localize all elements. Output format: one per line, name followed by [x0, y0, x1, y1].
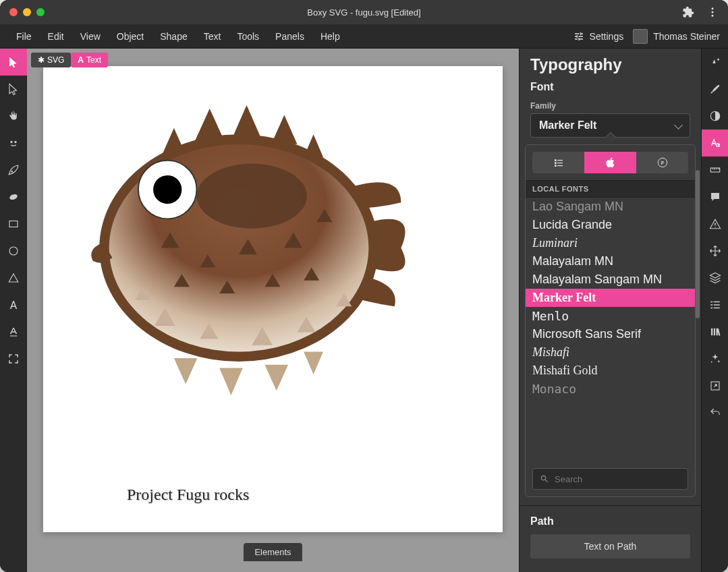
svg-chip[interactable]: ✱ SVG: [31, 53, 71, 67]
svg-point-1: [712, 11, 714, 13]
font-item[interactable]: Mishafi Gold: [526, 362, 695, 380]
text-chip[interactable]: A Text: [71, 53, 108, 67]
fugu-artwork: [63, 73, 414, 410]
maximize-window[interactable]: [36, 8, 45, 16]
font-item-selected[interactable]: Marker Felt: [526, 289, 695, 307]
library-tool[interactable]: [702, 318, 728, 345]
contrast-tool[interactable]: [702, 103, 728, 130]
svg-chip-label: SVG: [47, 55, 64, 65]
context-bar: ✱ SVG A Text: [31, 53, 108, 67]
selected-family: Marker Felt: [539, 119, 596, 132]
tab-apple-fonts[interactable]: [584, 152, 636, 173]
menu-panels[interactable]: Panels: [267, 27, 312, 46]
direct-select-tool[interactable]: [0, 76, 27, 103]
svg-point-12: [153, 175, 181, 204]
font-dropdown: F LOCAL FONTS Lao Sangam MN Lucida Grand…: [525, 144, 696, 497]
title-actions: [682, 6, 719, 18]
font-item[interactable]: Mishafi: [526, 343, 695, 362]
font-item[interactable]: Lucida Grande: [526, 216, 695, 234]
font-item[interactable]: Malayalam Sangam MN: [526, 270, 695, 289]
svg-point-4: [15, 141, 16, 142]
svg-rect-7: [9, 221, 18, 227]
panel-scrollbar[interactable]: [696, 170, 700, 318]
tab-font-library[interactable]: F: [636, 152, 688, 173]
menu-object[interactable]: Object: [109, 27, 152, 46]
main-area: ✱ SVG A Text: [0, 49, 728, 572]
canvas[interactable]: Project Fugu rocks: [43, 66, 503, 532]
svg-point-6: [9, 193, 18, 200]
dropdown-tabs: F: [526, 145, 695, 180]
ruler-tool[interactable]: [702, 156, 728, 183]
typography-tool[interactable]: [702, 130, 728, 156]
text-on-path-button[interactable]: Text on Path: [530, 534, 690, 559]
asterisk-icon: ✱: [38, 55, 45, 65]
brush-tool[interactable]: [702, 76, 728, 103]
extension-icon[interactable]: [682, 6, 694, 18]
username: Thomas Steiner: [653, 31, 720, 42]
font-circle-icon: F: [657, 157, 668, 168]
sparkle-tool[interactable]: [702, 345, 728, 372]
selected-text-object[interactable]: Project Fugu rocks: [124, 486, 252, 504]
settings-button[interactable]: Settings: [573, 31, 624, 42]
user-menu[interactable]: Thomas Steiner: [633, 29, 720, 44]
svg-point-3: [11, 141, 12, 142]
svg-point-8: [9, 247, 18, 255]
window-title: Boxy SVG - fugu.svg [Edited]: [307, 7, 420, 18]
sliders-icon: [573, 31, 584, 42]
move-tool[interactable]: [702, 237, 728, 264]
panel-title: Typography: [520, 49, 701, 77]
font-item[interactable]: Menlo: [526, 307, 695, 325]
warning-tool[interactable]: [702, 210, 728, 237]
text-chip-label: Text: [86, 55, 101, 65]
font-item[interactable]: Malayalam MN: [526, 252, 695, 270]
font-item[interactable]: Lao Sangam MN: [526, 198, 695, 216]
font-search[interactable]: [532, 468, 688, 490]
apple-icon: [605, 157, 616, 168]
wizard-tool[interactable]: [702, 49, 728, 76]
typography-panel: Typography Font Family Marker Felt F LOC…: [519, 49, 701, 572]
text-path-tool[interactable]: [0, 318, 27, 345]
list-tool[interactable]: [702, 291, 728, 318]
select-tool[interactable]: [0, 49, 27, 76]
export-tool[interactable]: [702, 372, 728, 399]
font-item[interactable]: Microsoft Sans Serif: [526, 325, 695, 343]
menu-edit[interactable]: Edit: [40, 27, 72, 46]
menu-file[interactable]: File: [8, 27, 40, 46]
text-icon: A: [78, 55, 84, 65]
rectangle-tool[interactable]: [0, 210, 27, 237]
font-list[interactable]: Lao Sangam MN Lucida Grande Luminari Mal…: [526, 198, 695, 461]
pan-tool[interactable]: [0, 103, 27, 130]
tab-list-view[interactable]: [532, 152, 584, 173]
path-section: Path Text on Path: [520, 505, 701, 572]
menu-tools[interactable]: Tools: [229, 27, 267, 46]
search-icon: [540, 474, 549, 484]
font-search-input[interactable]: [555, 474, 681, 484]
menu-shape[interactable]: Shape: [152, 27, 195, 46]
font-item[interactable]: Monaco: [526, 380, 695, 398]
menubar: File Edit View Object Shape Text Tools P…: [0, 24, 728, 49]
settings-label: Settings: [590, 31, 624, 42]
font-section-title: Font: [520, 77, 701, 97]
pen-tool[interactable]: [0, 156, 27, 183]
svg-point-2: [712, 15, 714, 17]
path-title: Path: [530, 515, 690, 534]
more-icon[interactable]: [706, 6, 719, 18]
menu-help[interactable]: Help: [312, 27, 348, 46]
font-item[interactable]: Luminari: [526, 234, 695, 252]
blob-tool[interactable]: [0, 183, 27, 210]
ellipse-tool[interactable]: [0, 237, 27, 264]
comment-tool[interactable]: [702, 183, 728, 210]
menu-text[interactable]: Text: [196, 27, 229, 46]
undo-tool[interactable]: [702, 399, 728, 426]
triangle-tool[interactable]: [0, 264, 27, 291]
layers-tool[interactable]: [702, 264, 728, 291]
minimize-window[interactable]: [23, 8, 31, 16]
fullscreen-tool[interactable]: [0, 345, 27, 372]
text-tool[interactable]: [0, 291, 27, 318]
elements-tab[interactable]: Elements: [244, 543, 302, 561]
canvas-text[interactable]: Project Fugu rocks: [124, 486, 252, 504]
face-tool[interactable]: [0, 130, 27, 156]
close-window[interactable]: [9, 8, 18, 16]
local-fonts-header: LOCAL FONTS: [526, 180, 695, 198]
menu-view[interactable]: View: [72, 27, 109, 46]
